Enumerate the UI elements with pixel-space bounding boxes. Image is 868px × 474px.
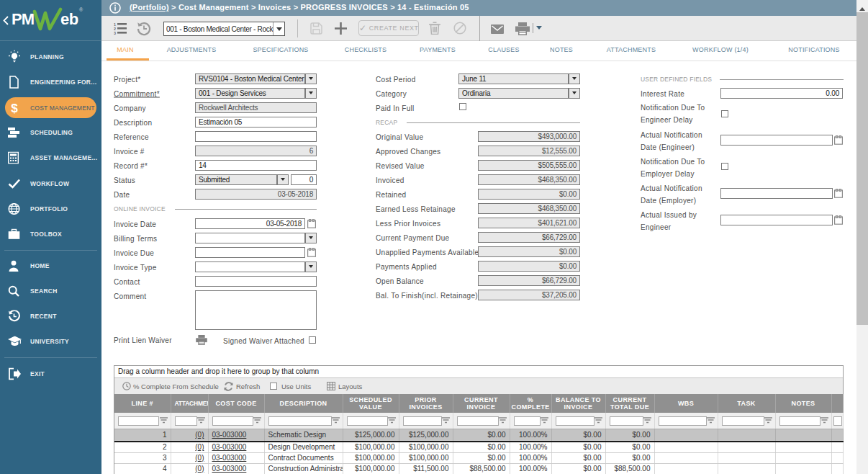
svg-text:$: $ (11, 101, 18, 115)
svg-text:3: 3 (114, 31, 116, 35)
